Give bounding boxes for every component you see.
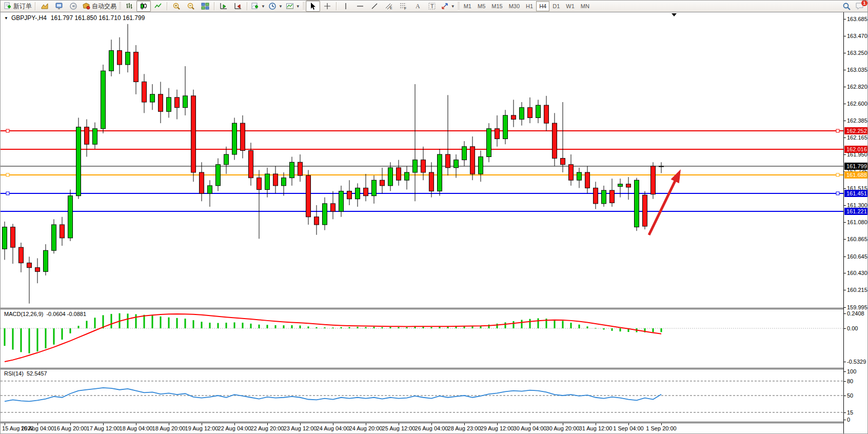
indicators-button[interactable]: ▼ — [249, 1, 267, 12]
text-label-button[interactable]: T — [425, 1, 439, 12]
candle-up — [487, 129, 491, 157]
axis-tick — [844, 328, 846, 329]
candle-down — [364, 188, 368, 195]
signals-button[interactable] — [66, 1, 81, 12]
fibonacci-button[interactable]: F — [396, 1, 410, 12]
text-button[interactable]: A — [410, 1, 425, 12]
rsi-pane[interactable]: RSI(14) 52.5457 — [1, 369, 843, 422]
time-axis[interactable]: 15 Aug 202216 Aug 04:0016 Aug 20:0017 Au… — [1, 423, 843, 434]
macd-histogram-bar — [390, 327, 391, 328]
timeframe-w1[interactable]: W1 — [563, 1, 578, 11]
market-watch-button[interactable] — [37, 1, 52, 12]
horizontal-line-button[interactable] — [353, 1, 367, 12]
macd-histogram-bar — [185, 319, 186, 328]
axis-tick — [844, 19, 846, 19]
chart-collapse-icon[interactable]: ▼ — [4, 16, 8, 21]
templates-icon — [286, 2, 294, 10]
cursor-button[interactable] — [306, 1, 320, 12]
candle-up — [479, 157, 483, 174]
candle-down — [380, 180, 385, 186]
candle-up — [520, 108, 524, 120]
search-icon[interactable] — [842, 2, 851, 11]
tile-windows-button[interactable] — [198, 1, 212, 12]
axis-tick — [844, 36, 846, 36]
macd-histogram-bar — [308, 326, 309, 328]
timeframe-m30[interactable]: M30 — [506, 1, 523, 11]
separator — [35, 2, 36, 10]
navigator-button[interactable] — [52, 1, 66, 12]
main-chart-pane[interactable] — [1, 12, 843, 308]
vertical-line-button[interactable] — [339, 1, 353, 12]
macd-histogram-bar — [505, 322, 506, 328]
autotrading-button[interactable]: 自动交易 — [81, 1, 118, 12]
bar-chart-button[interactable] — [122, 1, 136, 12]
crosshair-button[interactable] — [320, 1, 334, 12]
candles — [3, 24, 664, 304]
symbol-line[interactable]: ▼ GBPJPY-,H4 161.797 161.850 161.710 161… — [4, 14, 145, 22]
time-axis-label: 31 Aug 12:00 — [579, 425, 613, 431]
macd-pane[interactable]: MACD(12,26,9) -0.0604 -0.0881 — [1, 309, 843, 368]
timeframe-m15[interactable]: M15 — [488, 1, 505, 11]
macd-histogram-bar — [595, 328, 597, 328]
periods-button[interactable]: ▼ — [267, 1, 284, 12]
timeframe-group: M1 M5 M15 M30 H1 H4 D1 W1 MN — [461, 1, 593, 11]
macd-histogram-bar — [579, 325, 580, 328]
zoom-in-button[interactable] — [169, 1, 184, 12]
dropdown-caret: ▼ — [451, 4, 455, 9]
line-anchor-handle — [6, 173, 9, 176]
candle-up — [52, 225, 56, 250]
timeframe-mn[interactable]: MN — [578, 1, 593, 11]
toolbar: 新订单 自动交易 ▼ ▼ ▼ E F A T ▼ M1 M5 M15 M30 H… — [1, 1, 867, 12]
arrows-icon — [441, 2, 449, 10]
new-order-button[interactable]: 新订单 — [2, 1, 33, 12]
line-chart-button[interactable] — [151, 1, 165, 12]
new-order-label: 新订单 — [13, 2, 32, 11]
candle-down — [134, 52, 139, 82]
candle-up — [126, 52, 130, 65]
macd-histogram-bar — [291, 325, 293, 328]
time-axis-label: 16 Aug 04:00 — [21, 425, 54, 431]
price-axis-label: 162.820 — [847, 84, 867, 90]
timeframe-m1[interactable]: M1 — [461, 1, 475, 11]
arrows-button[interactable]: ▼ — [439, 1, 457, 12]
candle-down — [142, 82, 147, 102]
macd-histogram-bar — [234, 322, 235, 328]
equidistant-channel-button[interactable]: E — [382, 1, 396, 12]
trendline-button[interactable] — [367, 1, 382, 12]
candle-up — [372, 180, 377, 195]
candlestick-chart-button[interactable] — [136, 1, 151, 12]
axis-tick — [844, 137, 846, 138]
candle-up — [323, 204, 327, 225]
macd-histogram-bar — [398, 327, 400, 328]
trendline-icon — [370, 2, 379, 10]
macd-histogram-bar — [193, 320, 194, 328]
auto-scroll-button[interactable] — [216, 1, 231, 12]
candle-up — [93, 129, 97, 144]
candle-down — [249, 150, 253, 177]
axis-tick — [844, 53, 846, 53]
notifications-button[interactable]: 1 — [855, 2, 864, 10]
price-axis-label: 161.080 — [847, 219, 867, 225]
macd-histogram-bar — [86, 321, 88, 328]
candle-down — [241, 123, 245, 150]
macd-histogram-bar — [160, 317, 162, 328]
rsi-line — [5, 388, 661, 401]
timeframe-d1[interactable]: D1 — [549, 1, 563, 11]
current-price-badge: 161.799 — [844, 163, 868, 170]
timeframe-h1[interactable]: H1 — [523, 1, 536, 11]
chart-ohlc-values: 161.797 161.850 161.710 161.799 — [51, 14, 145, 22]
timeframe-m5[interactable]: M5 — [475, 1, 488, 11]
text-label-icon: T — [428, 2, 436, 10]
candle-up — [109, 51, 114, 71]
zoom-out-button[interactable] — [184, 1, 198, 12]
chart-shift-button[interactable] — [231, 1, 245, 12]
chart-symbol-title: GBPJPY-,H4 — [11, 14, 47, 22]
candle-up — [232, 123, 237, 154]
timeframe-h4[interactable]: H4 — [536, 1, 549, 11]
macd-histogram-bar — [12, 328, 14, 349]
templates-button[interactable]: ▼ — [284, 1, 302, 12]
candle-up — [68, 196, 73, 238]
new-order-icon — [4, 2, 12, 10]
macd-histogram-bar — [78, 326, 80, 328]
price-axis[interactable]: 163.685163.470163.250163.035162.820162.6… — [844, 12, 868, 434]
